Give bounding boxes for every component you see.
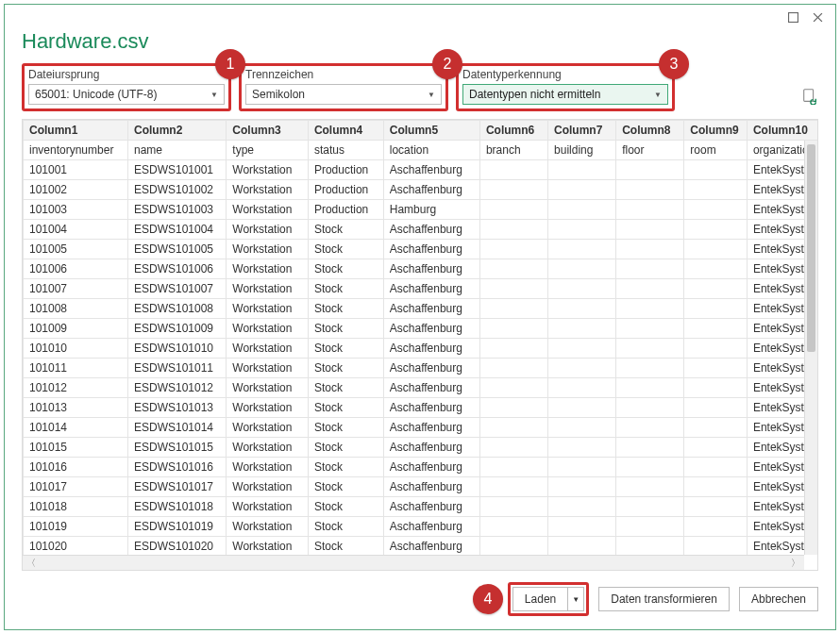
table-cell: location — [383, 141, 479, 160]
datatype-detect-group: 3 Datentyperkennung Datentypen nicht erm… — [456, 63, 675, 111]
table-cell: 101017 — [24, 477, 128, 497]
table-cell: ESDWS101016 — [127, 458, 226, 477]
scroll-thumb[interactable] — [807, 144, 815, 352]
scroll-left-icon[interactable]: 〈 — [26, 557, 36, 570]
svg-rect-0 — [788, 12, 798, 22]
table-row[interactable]: 101012ESDWS101012WorkstationStockAschaff… — [24, 378, 818, 398]
close-icon[interactable] — [805, 8, 830, 26]
table-cell — [684, 240, 748, 259]
table-cell: Aschaffenburg — [383, 220, 479, 240]
table-cell — [684, 319, 748, 339]
table-row[interactable]: 101016ESDWS101016WorkstationStockAschaff… — [24, 458, 818, 477]
table-row[interactable]: inventorynumbernametypestatuslocationbra… — [24, 141, 818, 160]
table-cell: floor — [616, 141, 684, 160]
table-cell: Workstation — [227, 200, 309, 220]
column-header[interactable]: Column7 — [548, 121, 616, 141]
scroll-right-icon[interactable]: 〉 — [791, 557, 800, 570]
table-row[interactable]: 101020ESDWS101020WorkstationStockAschaff… — [24, 537, 818, 556]
delimiter-dropdown[interactable]: Semikolon ▼ — [245, 84, 442, 105]
column-header[interactable]: Column6 — [479, 121, 547, 141]
vertical-scrollbar[interactable] — [804, 141, 817, 555]
table-row[interactable]: 101004ESDWS101004WorkstationStockAschaff… — [24, 220, 818, 240]
table-cell — [479, 339, 547, 359]
table-cell: ESDWS101001 — [127, 160, 226, 180]
transform-button-label: Daten transformieren — [611, 592, 717, 606]
file-origin-dropdown[interactable]: 65001: Unicode (UTF-8) ▼ — [28, 84, 225, 105]
table-row[interactable]: 101001ESDWS101001WorkstationProductionAs… — [24, 160, 818, 180]
table-row[interactable]: 101002ESDWS101002WorkstationProductionAs… — [24, 180, 818, 200]
table-row[interactable]: 101005ESDWS101005WorkstationStockAschaff… — [24, 240, 818, 259]
table-row[interactable]: 101009ESDWS101009WorkstationStockAschaff… — [24, 319, 818, 339]
table-cell: 101011 — [24, 359, 128, 378]
table-cell: 101020 — [24, 537, 128, 556]
callout-badge-4: 4 — [473, 584, 503, 614]
table-cell — [616, 438, 684, 458]
table-cell: Workstation — [227, 537, 309, 556]
table-cell — [616, 259, 684, 279]
table-cell: ESDWS101008 — [127, 299, 226, 319]
table-row[interactable]: 101014ESDWS101014WorkstationStockAschaff… — [24, 418, 818, 438]
table-cell: Hamburg — [383, 200, 479, 220]
table-row[interactable]: 101019ESDWS101019WorkstationStockAschaff… — [24, 517, 818, 537]
table-cell: ESDWS101019 — [127, 517, 226, 537]
table-cell — [616, 319, 684, 339]
table-cell: Workstation — [227, 220, 309, 240]
table-cell — [479, 418, 547, 438]
table-cell — [616, 220, 684, 240]
table-row[interactable]: 101011ESDWS101011WorkstationStockAschaff… — [24, 359, 818, 378]
table-cell: ESDWS101007 — [127, 279, 226, 299]
file-title: Hardware.csv — [22, 29, 818, 54]
table-row[interactable]: 101010ESDWS101010WorkstationStockAschaff… — [24, 339, 818, 359]
table-cell: Workstation — [227, 497, 309, 517]
preview-table: Column1Column2Column3Column4Column5Colum… — [23, 120, 817, 555]
table-row[interactable]: 101015ESDWS101015WorkstationStockAschaff… — [24, 438, 818, 458]
cancel-button[interactable]: Abbrechen — [739, 587, 818, 611]
table-cell: ESDWS101020 — [127, 537, 226, 556]
table-row[interactable]: 101018ESDWS101018WorkstationStockAschaff… — [24, 497, 818, 517]
table-row[interactable]: 101008ESDWS101008WorkstationStockAschaff… — [24, 299, 818, 319]
load-button-dropdown[interactable]: ▼ — [567, 587, 584, 611]
table-cell: name — [127, 141, 226, 160]
table-cell — [548, 398, 616, 418]
column-header[interactable]: Column2 — [127, 121, 226, 141]
chevron-down-icon: ▼ — [572, 595, 580, 604]
table-cell — [616, 418, 684, 438]
table-cell: 101015 — [24, 438, 128, 458]
refresh-icon[interactable] — [801, 88, 818, 111]
table-cell — [479, 200, 547, 220]
column-header[interactable]: Column5 — [383, 121, 479, 141]
table-cell: Stock — [308, 319, 383, 339]
table-cell: Workstation — [227, 517, 309, 537]
table-cell: 101004 — [24, 220, 128, 240]
column-header[interactable]: Column4 — [308, 121, 383, 141]
datatype-detect-label: Datentyperkennung — [462, 68, 668, 81]
table-cell: 101006 — [24, 259, 128, 279]
chevron-down-icon: ▼ — [210, 91, 218, 99]
table-cell — [616, 180, 684, 200]
table-cell: Production — [308, 160, 383, 180]
column-header[interactable]: Column9 — [684, 121, 748, 141]
table-row[interactable]: 101007ESDWS101007WorkstationStockAschaff… — [24, 279, 818, 299]
table-cell — [684, 160, 748, 180]
column-header[interactable]: Column1 — [24, 121, 128, 141]
column-header[interactable]: Column10 — [747, 121, 817, 141]
table-cell — [548, 517, 616, 537]
table-cell: Stock — [308, 398, 383, 418]
transform-button[interactable]: Daten transformieren — [598, 587, 730, 611]
table-row[interactable]: 101017ESDWS101017WorkstationStockAschaff… — [24, 477, 818, 497]
datatype-detect-dropdown[interactable]: Datentypen nicht ermitteln ▼ — [462, 84, 668, 105]
table-cell — [479, 359, 547, 378]
table-row[interactable]: 101013ESDWS101013WorkstationStockAschaff… — [24, 398, 818, 418]
load-button[interactable]: Laden — [512, 587, 567, 611]
table-cell — [684, 398, 748, 418]
table-cell: Workstation — [227, 259, 309, 279]
table-row[interactable]: 101003ESDWS101003WorkstationProductionHa… — [24, 200, 818, 220]
column-header[interactable]: Column3 — [227, 121, 309, 141]
table-cell: Aschaffenburg — [383, 378, 479, 398]
maximize-icon[interactable] — [781, 8, 805, 26]
column-header[interactable]: Column8 — [616, 121, 684, 141]
load-button-label: Laden — [525, 592, 556, 606]
table-row[interactable]: 101006ESDWS101006WorkstationStockAschaff… — [24, 259, 818, 279]
import-dialog: Hardware.csv 1 Dateiursprung 65001: Unic… — [4, 4, 836, 630]
horizontal-scrollbar[interactable]: 〈 〉 — [23, 555, 804, 570]
